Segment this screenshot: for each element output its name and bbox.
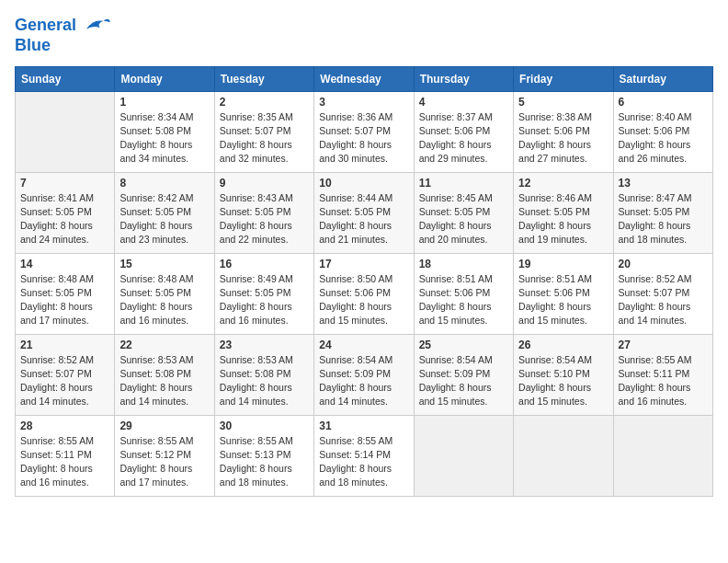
day-cell: 4Sunrise: 8:37 AMSunset: 5:06 PMDaylight… (414, 91, 513, 172)
day-number: 10 (319, 177, 408, 190)
day-number: 15 (119, 258, 209, 270)
day-info: Sunrise: 8:48 AMSunset: 5:05 PMDaylight:… (119, 272, 209, 328)
day-number: 13 (619, 177, 708, 190)
day-cell: 14Sunrise: 8:48 AMSunset: 5:05 PMDayligh… (16, 253, 115, 334)
day-number: 20 (619, 258, 708, 270)
day-cell: 11Sunrise: 8:45 AMSunset: 5:05 PMDayligh… (414, 172, 513, 253)
week-row-5: 28Sunrise: 8:55 AMSunset: 5:11 PMDayligh… (16, 415, 713, 496)
col-header-monday: Monday (115, 66, 214, 91)
logo-subtext: Blue (15, 37, 110, 55)
day-info: Sunrise: 8:41 AMSunset: 5:05 PMDaylight:… (20, 191, 109, 247)
day-number: 6 (619, 96, 708, 109)
day-number: 28 (20, 419, 109, 432)
day-cell: 8Sunrise: 8:42 AMSunset: 5:05 PMDaylight… (115, 172, 214, 253)
day-cell: 2Sunrise: 8:35 AMSunset: 5:07 PMDaylight… (214, 91, 313, 172)
day-cell: 31Sunrise: 8:55 AMSunset: 5:14 PMDayligh… (314, 415, 414, 496)
day-number: 9 (220, 177, 309, 190)
day-info: Sunrise: 8:44 AMSunset: 5:05 PMDaylight:… (319, 191, 408, 247)
day-number: 8 (119, 177, 209, 190)
day-cell: 24Sunrise: 8:54 AMSunset: 5:09 PMDayligh… (314, 334, 414, 415)
day-cell: 13Sunrise: 8:47 AMSunset: 5:05 PMDayligh… (613, 172, 712, 253)
day-cell: 18Sunrise: 8:51 AMSunset: 5:06 PMDayligh… (414, 253, 513, 334)
day-info: Sunrise: 8:48 AMSunset: 5:05 PMDaylight:… (20, 272, 109, 328)
day-number: 7 (20, 177, 109, 190)
day-cell: 7Sunrise: 8:41 AMSunset: 5:05 PMDaylight… (16, 172, 115, 253)
col-header-friday: Friday (514, 66, 613, 91)
day-info: Sunrise: 8:42 AMSunset: 5:05 PMDaylight:… (119, 191, 209, 247)
day-number: 31 (319, 419, 408, 432)
day-info: Sunrise: 8:46 AMSunset: 5:05 PMDaylight:… (518, 191, 608, 247)
day-cell: 29Sunrise: 8:55 AMSunset: 5:12 PMDayligh… (115, 415, 214, 496)
day-cell: 30Sunrise: 8:55 AMSunset: 5:13 PMDayligh… (214, 415, 313, 496)
day-number: 21 (20, 339, 109, 351)
logo-bird-icon (83, 15, 110, 37)
day-info: Sunrise: 8:40 AMSunset: 5:06 PMDaylight:… (619, 110, 708, 167)
day-cell: 1Sunrise: 8:34 AMSunset: 5:08 PMDaylight… (115, 91, 214, 172)
day-cell: 10Sunrise: 8:44 AMSunset: 5:05 PMDayligh… (314, 172, 414, 253)
day-number: 24 (319, 339, 408, 351)
day-number: 25 (419, 339, 508, 351)
week-row-4: 21Sunrise: 8:52 AMSunset: 5:07 PMDayligh… (16, 334, 713, 415)
day-info: Sunrise: 8:36 AMSunset: 5:07 PMDaylight:… (319, 110, 408, 167)
day-cell: 22Sunrise: 8:53 AMSunset: 5:08 PMDayligh… (115, 334, 214, 415)
day-info: Sunrise: 8:37 AMSunset: 5:06 PMDaylight:… (419, 110, 508, 167)
day-number: 11 (419, 177, 508, 190)
day-cell (16, 91, 115, 172)
day-cell: 3Sunrise: 8:36 AMSunset: 5:07 PMDaylight… (314, 91, 414, 172)
day-info: Sunrise: 8:55 AMSunset: 5:14 PMDaylight:… (319, 434, 408, 490)
day-cell: 20Sunrise: 8:52 AMSunset: 5:07 PMDayligh… (613, 253, 712, 334)
day-number: 18 (419, 258, 508, 270)
logo-text: General (15, 15, 110, 37)
day-number: 30 (220, 419, 309, 432)
day-info: Sunrise: 8:55 AMSunset: 5:11 PMDaylight:… (619, 353, 708, 409)
day-number: 17 (319, 258, 408, 270)
day-info: Sunrise: 8:35 AMSunset: 5:07 PMDaylight:… (220, 110, 309, 167)
day-number: 5 (518, 96, 608, 109)
day-number: 14 (20, 258, 109, 270)
day-info: Sunrise: 8:52 AMSunset: 5:07 PMDaylight:… (20, 353, 109, 409)
day-cell: 25Sunrise: 8:54 AMSunset: 5:09 PMDayligh… (414, 334, 513, 415)
day-info: Sunrise: 8:43 AMSunset: 5:05 PMDaylight:… (220, 191, 309, 247)
day-cell: 23Sunrise: 8:53 AMSunset: 5:08 PMDayligh… (214, 334, 313, 415)
col-header-thursday: Thursday (414, 66, 513, 91)
day-info: Sunrise: 8:47 AMSunset: 5:05 PMDaylight:… (619, 191, 708, 247)
day-info: Sunrise: 8:54 AMSunset: 5:09 PMDaylight:… (319, 353, 408, 409)
day-cell: 15Sunrise: 8:48 AMSunset: 5:05 PMDayligh… (115, 253, 214, 334)
day-cell (613, 415, 712, 496)
page-header: General Blue (15, 15, 713, 55)
day-number: 27 (619, 339, 708, 351)
day-number: 2 (220, 96, 309, 109)
day-cell (414, 415, 513, 496)
day-number: 19 (518, 258, 608, 270)
day-info: Sunrise: 8:45 AMSunset: 5:05 PMDaylight:… (419, 191, 508, 247)
day-number: 16 (220, 258, 309, 270)
day-info: Sunrise: 8:38 AMSunset: 5:06 PMDaylight:… (518, 110, 608, 167)
day-cell: 28Sunrise: 8:55 AMSunset: 5:11 PMDayligh… (16, 415, 115, 496)
day-cell: 17Sunrise: 8:50 AMSunset: 5:06 PMDayligh… (314, 253, 414, 334)
day-cell: 21Sunrise: 8:52 AMSunset: 5:07 PMDayligh… (16, 334, 115, 415)
day-number: 23 (220, 339, 309, 351)
day-cell: 12Sunrise: 8:46 AMSunset: 5:05 PMDayligh… (514, 172, 613, 253)
day-cell: 19Sunrise: 8:51 AMSunset: 5:06 PMDayligh… (514, 253, 613, 334)
calendar-header-row: SundayMondayTuesdayWednesdayThursdayFrid… (16, 66, 713, 91)
day-number: 1 (119, 96, 209, 109)
day-info: Sunrise: 8:50 AMSunset: 5:06 PMDaylight:… (319, 272, 408, 328)
day-cell: 27Sunrise: 8:55 AMSunset: 5:11 PMDayligh… (613, 334, 712, 415)
day-info: Sunrise: 8:34 AMSunset: 5:08 PMDaylight:… (119, 110, 209, 167)
col-header-wednesday: Wednesday (314, 66, 414, 91)
day-number: 22 (119, 339, 209, 351)
day-cell: 16Sunrise: 8:49 AMSunset: 5:05 PMDayligh… (214, 253, 313, 334)
col-header-sunday: Sunday (16, 66, 115, 91)
day-cell: 6Sunrise: 8:40 AMSunset: 5:06 PMDaylight… (613, 91, 712, 172)
col-header-saturday: Saturday (613, 66, 712, 91)
logo: General Blue (15, 15, 110, 55)
day-number: 26 (518, 339, 608, 351)
day-number: 29 (119, 419, 209, 432)
day-info: Sunrise: 8:52 AMSunset: 5:07 PMDaylight:… (619, 272, 708, 328)
day-number: 4 (419, 96, 508, 109)
week-row-3: 14Sunrise: 8:48 AMSunset: 5:05 PMDayligh… (16, 253, 713, 334)
day-info: Sunrise: 8:55 AMSunset: 5:12 PMDaylight:… (119, 434, 209, 490)
day-cell: 5Sunrise: 8:38 AMSunset: 5:06 PMDaylight… (514, 91, 613, 172)
day-info: Sunrise: 8:54 AMSunset: 5:09 PMDaylight:… (419, 353, 508, 409)
day-info: Sunrise: 8:51 AMSunset: 5:06 PMDaylight:… (419, 272, 508, 328)
